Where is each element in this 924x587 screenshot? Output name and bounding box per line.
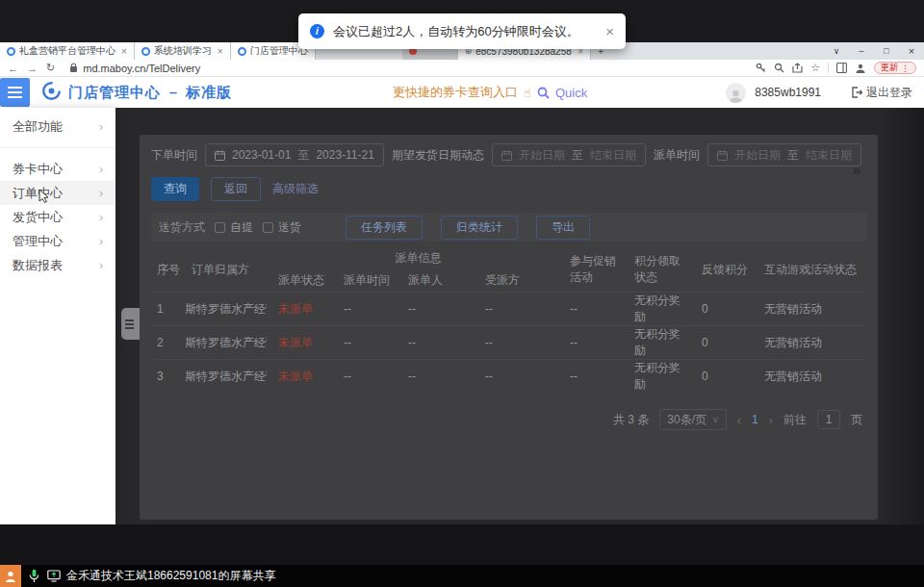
sidebar-menu: 全部功能 › 券卡中心 › 订单中心 › 发货中心 › 管理中心 › 数据报表 [0,108,116,524]
zoom-icon[interactable] [774,63,784,73]
key-icon[interactable] [756,63,766,73]
panel-toggle-handle[interactable] [121,308,141,340]
classification-stats-button[interactable]: 归类统计 [441,216,518,240]
minimize-button[interactable]: – [849,42,874,60]
back-icon[interactable]: ← [8,63,18,74]
table-cell: -- [402,293,479,326]
browser-update-button[interactable]: 更新 ⋮ [874,62,916,74]
column-header: 派单时间 [338,269,402,293]
pickup-checkbox[interactable] [215,222,225,233]
user-avatar[interactable] [726,83,746,103]
goto-page-input[interactable]: 1 [817,410,840,429]
sidebar-item-coupon-center[interactable]: 券卡中心 › [0,157,116,181]
page-unit-label: 页 [851,412,862,428]
table-cell: 2 [151,326,186,360]
logout-button[interactable]: 退出登录 [851,85,912,101]
chevron-down-icon: ∨ [712,415,719,424]
column-header: 受派方 [479,269,564,293]
column-header: 派单人 [402,269,479,293]
browser-tab[interactable]: 系统培训学习 × [135,42,231,60]
table-cell: 无营销活动 [758,293,866,326]
hamburger-menu-button[interactable] [0,78,30,107]
sidebar-item-all-functions[interactable]: 全部功能 › [0,115,116,139]
sidebar-item-order-center[interactable]: 订单中心 › [0,181,116,205]
browser-tab[interactable]: 礼盒营销平台管理中心 × [0,42,135,60]
table-cell: 无积分奖励 [629,326,696,360]
coupon-query-link[interactable]: 更快捷的券卡查询入口 [393,84,518,101]
table-cell: 斯特罗德水产经营部 [186,293,272,326]
kebab-icon: ⋮ [901,64,910,73]
goto-label: 前往 [783,412,807,428]
close-window-button[interactable]: × [899,42,924,60]
quick-link[interactable]: Quick [555,86,587,100]
search-button[interactable]: 查询 [151,177,199,201]
screen: i 会议已超过2人，自动转为60分钟限时会议。 × 礼盒营销平台管理中心 × 系… [0,0,924,587]
sidebar-item-data-reports[interactable]: 数据报表 › [0,253,116,277]
sidebar-item-management-center[interactable]: 管理中心 › [0,229,116,253]
desktop-background [0,524,924,565]
next-page-button[interactable]: › [769,413,773,427]
advanced-filter-link[interactable]: 高级筛选 [272,181,319,197]
profile-icon[interactable] [855,63,866,74]
dispatch-date-range-input[interactable]: 开始日期 至 结束日期 [707,143,861,166]
calendar-icon [215,150,225,161]
side-panel-icon[interactable] [836,63,847,73]
table-row: 1斯特罗德水产经营部未派单--------无积分奖励0无营销活动 [151,293,866,326]
column-header: 订单归属方 [186,247,272,293]
screen-share-bar: 金禾通技术王斌18662591081的屏幕共享 [0,565,924,587]
quick-search-icon [537,87,550,99]
table-cell: 未派单 [272,360,338,394]
order-dispatch-modal: 下单时间 2023-01-01 至 2023-11-21 期望发货日期动态 开始… [140,135,878,520]
current-page-number[interactable]: 1 [752,413,758,426]
export-button[interactable]: 导出 [536,216,590,240]
forward-icon[interactable]: → [27,63,38,74]
mouse-cursor [38,189,50,207]
table-cell: 斯特罗德水产经营部 [186,360,272,394]
chevron-right-icon: › [99,259,103,272]
table-cell: -- [564,360,629,394]
expand-panel-icon[interactable]: » [853,162,860,178]
microphone-icon [29,569,39,583]
chevron-right-icon: › [99,211,103,224]
screen-share-text: 金禾通技术王斌18662591081的屏幕共享 [66,568,275,584]
share-icon[interactable] [792,63,803,73]
table-cell: 斯特罗德水产经营部 [186,326,272,360]
reload-icon[interactable]: ↻ [46,62,55,74]
page-title: 门店管理中心 － 标准版 [68,84,232,102]
sidebar-item-shipping-center[interactable]: 发货中心 › [0,205,116,229]
expected-ship-date-range-input[interactable]: 开始日期 至 结束日期 [492,143,646,166]
table-row: 3斯特罗德水产经营部未派单--------无积分奖励0无营销活动 [151,360,866,394]
tab-title: 礼盒营销平台管理中心 [19,44,116,58]
back-button[interactable]: 返回 [211,177,261,201]
chevron-right-icon: › [99,187,103,200]
main-area: 全部功能 › 券卡中心 › 订单中心 › 发货中心 › 管理中心 › 数据报表 [0,108,924,524]
logout-icon [851,87,862,98]
prev-page-button[interactable]: ‹ [737,413,741,427]
maximize-button[interactable]: □ [874,42,899,60]
site-favicon [141,47,150,56]
tab-search-icon[interactable]: ∨ [824,42,849,60]
table-cell: -- [402,360,479,394]
username-label: 8385wb1991 [755,86,821,99]
divider [828,63,829,73]
site-favicon [238,47,246,56]
toast-close-icon[interactable]: × [605,23,614,39]
bookmark-star-icon[interactable]: ☆ [810,62,820,74]
group-header: 派单信息 [272,247,564,269]
tab-bar-space [610,42,824,60]
screen-share-icon [47,570,61,582]
url-field[interactable]: md.maboy.cn/TelDelivery [69,63,200,74]
column-header: 互动游戏活动状态 [758,247,866,293]
column-header: 反馈积分 [696,247,758,293]
page-size-select[interactable]: 30条/页 ∨ [659,409,726,430]
order-date-range-input[interactable]: 2023-01-01 至 2023-11-21 [205,143,384,166]
task-list-button[interactable]: 任务列表 [346,216,423,240]
tab-title: 系统培训学习 [154,44,212,58]
table-cell: 无积分奖励 [629,293,696,326]
tab-close-icon[interactable]: × [121,46,127,57]
pagination: 共 3 条 30条/页 ∨ ‹ 1 › 前往 1 页 [151,409,866,430]
delivery-checkbox[interactable] [263,222,273,233]
delivery-method-label: 送货方式 [159,219,205,236]
table-cell: 无积分奖励 [629,360,696,394]
tab-close-icon[interactable]: × [218,46,223,57]
